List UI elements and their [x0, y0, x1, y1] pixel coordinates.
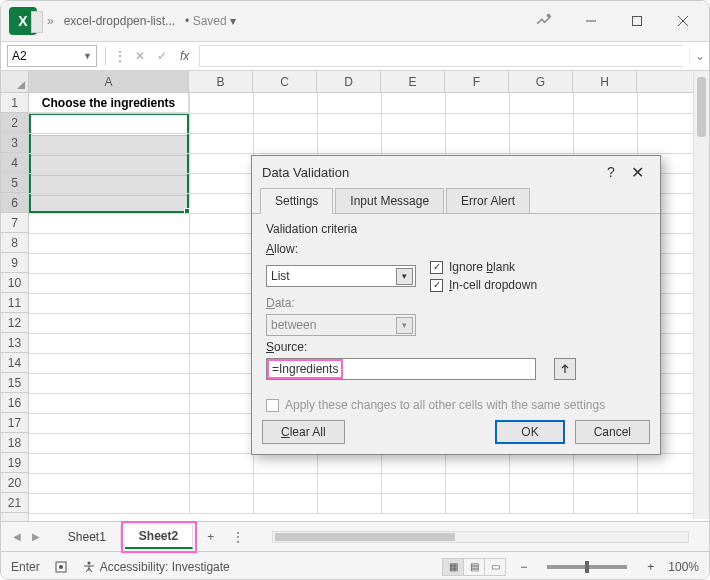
zoom-level[interactable]: 100% [668, 560, 699, 574]
row-header[interactable]: 11 [1, 293, 28, 313]
column-headers: A B C D E F G H [29, 71, 709, 93]
enter-icon[interactable]: ✓ [154, 49, 170, 63]
col-header[interactable]: A [29, 71, 189, 92]
file-name[interactable]: excel-dropdpen-list... [64, 14, 175, 28]
maximize-button[interactable] [619, 7, 655, 35]
tab-error-alert[interactable]: Error Alert [446, 188, 530, 213]
sheet-nav-arrows[interactable]: ◀ ▶ [13, 531, 44, 542]
col-header[interactable]: G [509, 71, 573, 92]
row-header[interactable]: 20 [1, 473, 28, 493]
row-header[interactable]: 5 [1, 173, 28, 193]
expand-formula-icon[interactable]: ⌄ [689, 49, 709, 63]
row-header[interactable]: 19 [1, 453, 28, 473]
row-header[interactable]: 12 [1, 313, 28, 333]
ignore-blank-checkbox[interactable]: ✓ Ignore blank [430, 260, 537, 274]
dialog-title-bar[interactable]: Data Validation ? ✕ [252, 156, 660, 188]
zoom-out-button[interactable]: − [520, 560, 527, 574]
dialog-title: Data Validation [262, 165, 598, 180]
row-header[interactable]: 6 [1, 193, 28, 213]
cancel-icon[interactable]: ✕ [132, 49, 148, 63]
row-header[interactable]: 21 [1, 493, 28, 513]
col-header[interactable]: E [381, 71, 445, 92]
cell-a1[interactable]: Choose the ingredients [29, 93, 189, 113]
add-sheet-button[interactable]: + [197, 526, 224, 548]
status-bar: Enter Accessibility: Investigate ▦ ▤ ▭ −… [1, 551, 709, 580]
row-header[interactable]: 8 [1, 233, 28, 253]
row-header[interactable]: 14 [1, 353, 28, 373]
row-header[interactable]: 4 [1, 153, 28, 173]
horizontal-scrollbar[interactable] [272, 531, 689, 543]
tab-settings[interactable]: Settings [260, 188, 333, 214]
zoom-in-button[interactable]: + [647, 560, 654, 574]
zoom-slider[interactable] [547, 565, 627, 569]
dialog-body: Validation criteria Allow: List ▾ ✓ Igno… [252, 214, 660, 420]
select-all-corner[interactable] [1, 71, 28, 93]
selected-range[interactable] [29, 113, 189, 213]
fx-icon[interactable]: fx [180, 49, 189, 63]
svg-point-6 [59, 565, 63, 569]
normal-view-button[interactable]: ▦ [442, 558, 464, 576]
checkbox-icon [266, 399, 279, 412]
page-layout-button[interactable]: ▤ [463, 558, 485, 576]
row-header[interactable]: 10 [1, 273, 28, 293]
source-input[interactable]: =Ingredients [266, 358, 536, 380]
accessibility-status[interactable]: Accessibility: Investigate [82, 560, 230, 574]
highlight-box: Sheet2 [121, 521, 197, 553]
row-header[interactable]: 16 [1, 393, 28, 413]
checkbox-icon: ✓ [430, 261, 443, 274]
sheet-tab-sheet2[interactable]: Sheet2 [125, 525, 193, 549]
source-label: Source: [266, 340, 646, 354]
col-header[interactable]: F [445, 71, 509, 92]
vertical-scrollbar[interactable] [693, 73, 709, 519]
scrollbar-thumb[interactable] [697, 77, 706, 137]
allow-label: Allow: [266, 242, 646, 256]
collapse-dialog-button[interactable] [554, 358, 576, 380]
formula-bar: A2 ▼ ⋮ ✕ ✓ fx ⌄ [1, 41, 709, 71]
page-break-button[interactable]: ▭ [484, 558, 506, 576]
close-button[interactable]: ✕ [624, 159, 650, 185]
row-header[interactable]: 2 [1, 113, 28, 133]
tab-input-message[interactable]: Input Message [335, 188, 444, 213]
formula-input[interactable] [199, 45, 683, 67]
ok-button[interactable]: OK [495, 420, 564, 444]
chevron-right-icon: » [47, 14, 54, 28]
tell-me-icon[interactable] [535, 11, 553, 32]
row-headers: 1 2 3 4 5 6 7 8 9 10 11 12 13 14 15 16 1… [1, 71, 29, 521]
row-header[interactable]: 7 [1, 213, 28, 233]
col-header[interactable]: B [189, 71, 253, 92]
dialog-buttons: Clear All OK Cancel [262, 420, 650, 444]
row-header[interactable]: 13 [1, 333, 28, 353]
menu-dots-icon[interactable]: ⋮ [114, 49, 126, 63]
checkbox-icon: ✓ [430, 279, 443, 292]
row-header[interactable]: 18 [1, 433, 28, 453]
validation-criteria-label: Validation criteria [266, 222, 646, 236]
active-cell[interactable] [31, 115, 187, 135]
chevron-down-icon: ▾ [396, 317, 413, 334]
dialog-tabs: Settings Input Message Error Alert [252, 188, 660, 214]
allow-combo[interactable]: List ▾ [266, 265, 416, 287]
minimize-button[interactable] [573, 7, 609, 35]
svg-point-0 [547, 14, 550, 17]
title-bar: » excel-dropdpen-list... • Saved ▾ [1, 1, 709, 41]
col-header[interactable]: C [253, 71, 317, 92]
in-cell-dropdown-checkbox[interactable]: ✓ In-cell dropdown [430, 278, 537, 292]
clear-all-button[interactable]: Clear All [262, 420, 345, 444]
help-button[interactable]: ? [598, 159, 624, 185]
chevron-down-icon[interactable]: ▾ [396, 268, 413, 285]
row-header[interactable]: 15 [1, 373, 28, 393]
cancel-button[interactable]: Cancel [575, 420, 650, 444]
col-header[interactable]: D [317, 71, 381, 92]
name-box[interactable]: A2 ▼ [7, 45, 97, 67]
sheet-tab-sheet1[interactable]: Sheet1 [54, 526, 121, 548]
view-buttons: ▦ ▤ ▭ [443, 558, 506, 576]
row-header[interactable]: 17 [1, 413, 28, 433]
chevron-down-icon[interactable]: ▼ [83, 51, 92, 61]
sheet-menu-button[interactable]: ⋮ [224, 526, 252, 548]
data-combo: between ▾ [266, 314, 416, 336]
close-button[interactable] [665, 7, 701, 35]
row-header[interactable]: 1 [1, 93, 28, 113]
row-header[interactable]: 3 [1, 133, 28, 153]
col-header[interactable]: H [573, 71, 637, 92]
macro-record-icon[interactable] [54, 560, 68, 574]
row-header[interactable]: 9 [1, 253, 28, 273]
